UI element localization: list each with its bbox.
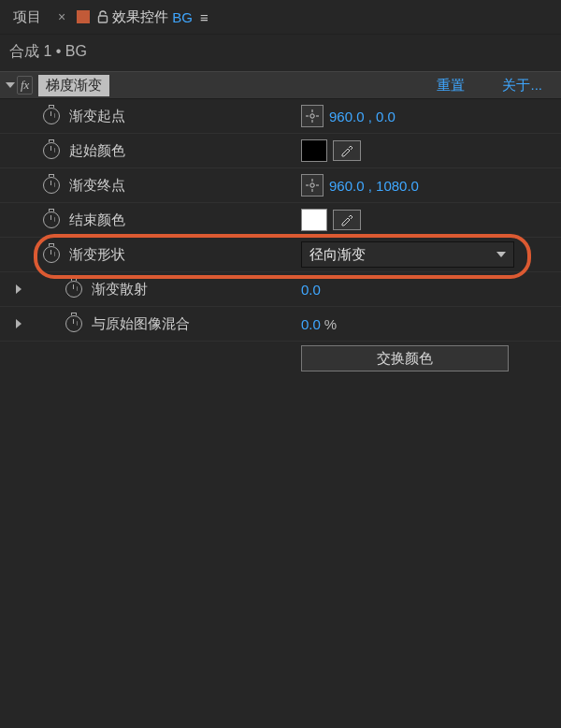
unlock-icon xyxy=(95,9,110,24)
effect-expand-icon[interactable] xyxy=(6,82,15,88)
param-row-end-color: 结束颜色 xyxy=(0,203,561,238)
color-swatch-white[interactable] xyxy=(301,209,327,231)
svg-rect-0 xyxy=(99,16,108,22)
crosshair-button[interactable] xyxy=(301,174,324,197)
shape-dropdown[interactable]: 径向渐变 xyxy=(301,241,514,268)
fx-badge[interactable]: fx xyxy=(17,76,33,95)
param-row-shape: 渐变形状 径向渐变 xyxy=(0,238,561,272)
crosshair-button[interactable] xyxy=(301,105,324,127)
param-label: 渐变终点 xyxy=(69,177,125,195)
param-row-end-point: 渐变终点 960.0 , 1080.0 xyxy=(0,168,561,203)
dropdown-value: 径向渐变 xyxy=(309,246,366,264)
stopwatch-icon[interactable] xyxy=(65,281,82,298)
param-row-blend: 与原始图像混合 0.0 % xyxy=(0,307,561,342)
swap-row: 交换颜色 xyxy=(0,342,561,375)
chevron-down-icon xyxy=(496,252,506,257)
stopwatch-icon[interactable] xyxy=(43,177,60,194)
svg-point-2 xyxy=(310,183,314,187)
panel-layer-name: BG xyxy=(172,9,193,25)
swap-colors-button[interactable]: 交换颜色 xyxy=(301,345,509,371)
stopwatch-icon[interactable] xyxy=(43,246,60,263)
layer-color-swatch xyxy=(77,10,90,23)
param-unit: % xyxy=(324,316,337,332)
effect-reset-link[interactable]: 重置 xyxy=(437,77,465,95)
param-label: 结束颜色 xyxy=(69,211,125,229)
tab-close-icon[interactable]: × xyxy=(58,9,65,24)
param-value[interactable]: 960.0 , 0.0 xyxy=(329,109,396,124)
param-label: 渐变散射 xyxy=(92,281,148,298)
panel-tabs: 项目 × 效果控件 BG ≡ xyxy=(0,0,561,35)
tab-project[interactable]: 项目 xyxy=(6,5,49,30)
effect-header: fx 梯度渐变 重置 关于... xyxy=(0,71,561,99)
param-value[interactable]: 0.0 xyxy=(301,316,321,332)
breadcrumb: 合成 1 • BG xyxy=(0,35,561,71)
param-value[interactable]: 0.0 xyxy=(301,282,321,298)
param-row-start-color: 起始颜色 xyxy=(0,134,561,168)
expand-icon[interactable] xyxy=(16,319,22,328)
panel-menu-icon[interactable]: ≡ xyxy=(200,9,209,25)
panel-title: 效果控件 xyxy=(112,8,168,26)
color-swatch-black[interactable] xyxy=(301,139,327,162)
stopwatch-icon[interactable] xyxy=(43,108,60,124)
eyedropper-button[interactable] xyxy=(333,140,361,161)
effect-about-link[interactable]: 关于... xyxy=(502,77,542,95)
effect-name[interactable]: 梯度渐变 xyxy=(38,75,109,96)
expand-icon[interactable] xyxy=(16,284,22,294)
eyedropper-button[interactable] xyxy=(333,210,361,230)
param-value[interactable]: 960.0 , 1080.0 xyxy=(329,178,419,194)
param-row-start-point: 渐变起点 960.0 , 0.0 xyxy=(0,99,561,134)
param-label: 与原始图像混合 xyxy=(92,315,190,333)
stopwatch-icon[interactable] xyxy=(65,315,82,332)
param-label: 渐变起点 xyxy=(69,108,125,125)
stopwatch-icon[interactable] xyxy=(43,142,60,159)
param-label: 渐变形状 xyxy=(69,246,125,264)
param-row-scatter: 渐变散射 0.0 xyxy=(0,272,561,307)
param-label: 起始颜色 xyxy=(69,142,125,160)
svg-point-1 xyxy=(310,114,314,118)
stopwatch-icon[interactable] xyxy=(43,211,60,228)
